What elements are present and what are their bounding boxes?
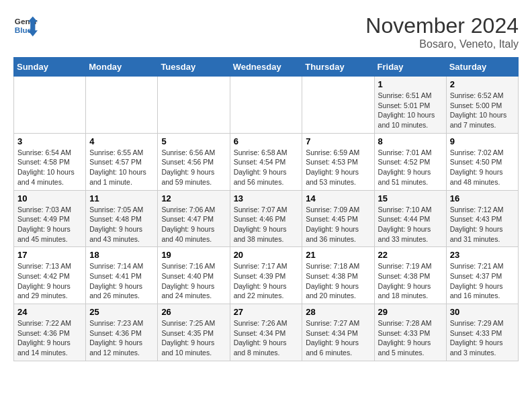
day-cell — [86, 77, 158, 134]
day-cell: 9Sunrise: 7:02 AM Sunset: 4:50 PM Daylig… — [446, 133, 518, 190]
day-cell — [158, 77, 230, 134]
day-number: 27 — [234, 307, 299, 317]
day-cell: 22Sunrise: 7:19 AM Sunset: 4:38 PM Dayli… — [374, 247, 446, 304]
day-info: Sunrise: 7:25 AM Sunset: 4:35 PM Dayligh… — [161, 318, 226, 358]
logo: General Blue — [13, 13, 38, 38]
day-number: 12 — [161, 193, 226, 203]
week-row-5: 24Sunrise: 7:22 AM Sunset: 4:36 PM Dayli… — [14, 304, 519, 361]
page-header: General Blue November 2024 Bosaro, Venet… — [13, 13, 519, 50]
day-cell: 10Sunrise: 7:03 AM Sunset: 4:49 PM Dayli… — [14, 190, 86, 247]
day-cell: 7Sunrise: 6:59 AM Sunset: 4:53 PM Daylig… — [302, 133, 374, 190]
day-number: 14 — [306, 193, 370, 203]
day-number: 19 — [161, 250, 226, 260]
month-title: November 2024 — [365, 13, 519, 38]
day-cell: 2Sunrise: 6:52 AM Sunset: 5:00 PM Daylig… — [446, 77, 518, 134]
day-number: 16 — [450, 193, 515, 203]
day-number: 11 — [89, 193, 154, 203]
day-cell — [230, 77, 302, 134]
day-number: 28 — [306, 307, 370, 317]
day-cell: 6Sunrise: 6:58 AM Sunset: 4:54 PM Daylig… — [230, 133, 302, 190]
day-info: Sunrise: 7:21 AM Sunset: 4:37 PM Dayligh… — [450, 261, 515, 301]
day-info: Sunrise: 7:16 AM Sunset: 4:40 PM Dayligh… — [161, 261, 226, 301]
weekday-header-tuesday: Tuesday — [158, 58, 230, 77]
day-number: 29 — [378, 307, 443, 317]
week-row-4: 17Sunrise: 7:13 AM Sunset: 4:42 PM Dayli… — [14, 247, 519, 304]
day-info: Sunrise: 7:13 AM Sunset: 4:42 PM Dayligh… — [17, 261, 82, 301]
day-cell: 15Sunrise: 7:10 AM Sunset: 4:44 PM Dayli… — [374, 190, 446, 247]
day-cell: 12Sunrise: 7:06 AM Sunset: 4:47 PM Dayli… — [158, 190, 230, 247]
svg-text:Blue: Blue — [15, 26, 32, 34]
day-cell: 28Sunrise: 7:27 AM Sunset: 4:34 PM Dayli… — [302, 304, 374, 361]
day-number: 15 — [378, 193, 443, 203]
day-info: Sunrise: 7:07 AM Sunset: 4:46 PM Dayligh… — [234, 205, 299, 244]
day-number: 7 — [306, 136, 370, 146]
day-number: 30 — [450, 307, 515, 317]
day-info: Sunrise: 6:54 AM Sunset: 4:58 PM Dayligh… — [17, 148, 82, 187]
weekday-header-sunday: Sunday — [14, 58, 86, 77]
day-number: 22 — [378, 250, 443, 260]
day-number: 9 — [450, 136, 515, 146]
day-cell: 11Sunrise: 7:05 AM Sunset: 4:48 PM Dayli… — [86, 190, 158, 247]
day-info: Sunrise: 7:22 AM Sunset: 4:36 PM Dayligh… — [17, 318, 82, 358]
day-info: Sunrise: 7:18 AM Sunset: 4:38 PM Dayligh… — [306, 261, 370, 301]
day-cell: 14Sunrise: 7:09 AM Sunset: 4:45 PM Dayli… — [302, 190, 374, 247]
day-info: Sunrise: 7:12 AM Sunset: 4:43 PM Dayligh… — [450, 205, 515, 244]
day-info: Sunrise: 7:28 AM Sunset: 4:33 PM Dayligh… — [378, 318, 443, 358]
day-cell: 17Sunrise: 7:13 AM Sunset: 4:42 PM Dayli… — [14, 247, 86, 304]
day-info: Sunrise: 7:09 AM Sunset: 4:45 PM Dayligh… — [306, 205, 370, 244]
day-cell — [302, 77, 374, 134]
day-info: Sunrise: 7:19 AM Sunset: 4:38 PM Dayligh… — [378, 261, 443, 301]
day-cell: 24Sunrise: 7:22 AM Sunset: 4:36 PM Dayli… — [14, 304, 86, 361]
day-number: 26 — [161, 307, 226, 317]
day-number: 6 — [234, 136, 299, 146]
day-info: Sunrise: 7:14 AM Sunset: 4:41 PM Dayligh… — [89, 261, 154, 301]
day-info: Sunrise: 7:10 AM Sunset: 4:44 PM Dayligh… — [378, 205, 443, 244]
weekday-header-row: SundayMondayTuesdayWednesdayThursdayFrid… — [14, 58, 519, 77]
day-cell: 20Sunrise: 7:17 AM Sunset: 4:39 PM Dayli… — [230, 247, 302, 304]
day-cell: 23Sunrise: 7:21 AM Sunset: 4:37 PM Dayli… — [446, 247, 518, 304]
day-number: 20 — [234, 250, 299, 260]
day-number: 25 — [89, 307, 154, 317]
day-number: 24 — [17, 307, 82, 317]
day-number: 5 — [161, 136, 226, 146]
day-info: Sunrise: 7:02 AM Sunset: 4:50 PM Dayligh… — [450, 148, 515, 187]
day-cell: 13Sunrise: 7:07 AM Sunset: 4:46 PM Dayli… — [230, 190, 302, 247]
day-cell: 19Sunrise: 7:16 AM Sunset: 4:40 PM Dayli… — [158, 247, 230, 304]
week-row-3: 10Sunrise: 7:03 AM Sunset: 4:49 PM Dayli… — [14, 190, 519, 247]
day-number: 1 — [378, 79, 443, 89]
day-number: 21 — [306, 250, 370, 260]
day-number: 10 — [17, 193, 82, 203]
weekday-header-thursday: Thursday — [302, 58, 374, 77]
day-cell: 16Sunrise: 7:12 AM Sunset: 4:43 PM Dayli… — [446, 190, 518, 247]
day-number: 13 — [234, 193, 299, 203]
day-cell: 21Sunrise: 7:18 AM Sunset: 4:38 PM Dayli… — [302, 247, 374, 304]
day-cell: 25Sunrise: 7:23 AM Sunset: 4:36 PM Dayli… — [86, 304, 158, 361]
day-info: Sunrise: 6:51 AM Sunset: 5:01 PM Dayligh… — [378, 91, 443, 130]
day-number: 3 — [17, 136, 82, 146]
day-cell: 1Sunrise: 6:51 AM Sunset: 5:01 PM Daylig… — [374, 77, 446, 134]
week-row-2: 3Sunrise: 6:54 AM Sunset: 4:58 PM Daylig… — [14, 133, 519, 190]
day-number: 2 — [450, 79, 515, 89]
day-info: Sunrise: 7:05 AM Sunset: 4:48 PM Dayligh… — [89, 205, 154, 244]
week-row-1: 1Sunrise: 6:51 AM Sunset: 5:01 PM Daylig… — [14, 77, 519, 134]
day-info: Sunrise: 7:01 AM Sunset: 4:52 PM Dayligh… — [378, 148, 443, 187]
day-cell: 29Sunrise: 7:28 AM Sunset: 4:33 PM Dayli… — [374, 304, 446, 361]
logo-icon: General Blue — [13, 13, 38, 38]
day-info: Sunrise: 7:03 AM Sunset: 4:49 PM Dayligh… — [17, 205, 82, 244]
day-info: Sunrise: 6:56 AM Sunset: 4:56 PM Dayligh… — [161, 148, 226, 187]
location: Bosaro, Veneto, Italy — [365, 38, 519, 50]
weekday-header-wednesday: Wednesday — [230, 58, 302, 77]
day-info: Sunrise: 6:52 AM Sunset: 5:00 PM Dayligh… — [450, 91, 515, 130]
day-info: Sunrise: 7:17 AM Sunset: 4:39 PM Dayligh… — [234, 261, 299, 301]
title-block: November 2024 Bosaro, Veneto, Italy — [365, 13, 519, 50]
day-cell: 3Sunrise: 6:54 AM Sunset: 4:58 PM Daylig… — [14, 133, 86, 190]
calendar-table: SundayMondayTuesdayWednesdayThursdayFrid… — [13, 57, 519, 361]
day-cell: 5Sunrise: 6:56 AM Sunset: 4:56 PM Daylig… — [158, 133, 230, 190]
day-number: 23 — [450, 250, 515, 260]
day-cell — [14, 77, 86, 134]
day-info: Sunrise: 6:55 AM Sunset: 4:57 PM Dayligh… — [89, 148, 154, 187]
day-cell: 30Sunrise: 7:29 AM Sunset: 4:33 PM Dayli… — [446, 304, 518, 361]
day-number: 8 — [378, 136, 443, 146]
day-info: Sunrise: 7:27 AM Sunset: 4:34 PM Dayligh… — [306, 318, 370, 358]
day-number: 17 — [17, 250, 82, 260]
